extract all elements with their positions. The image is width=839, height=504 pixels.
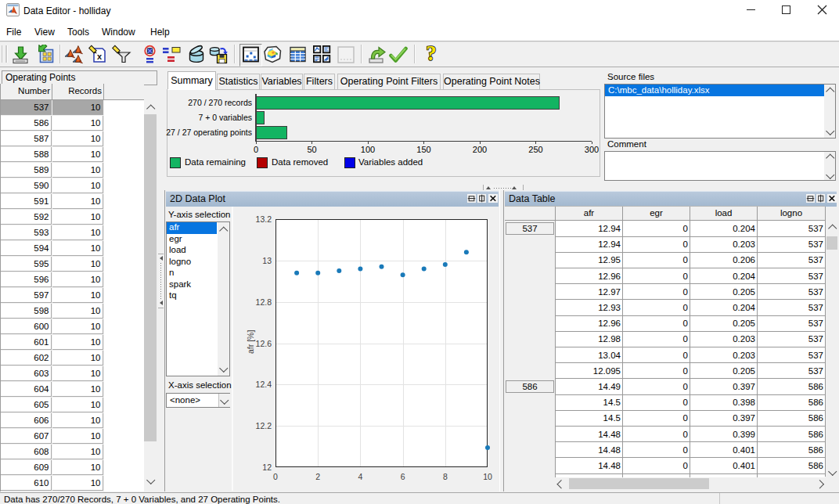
svg-text:x: x: [97, 52, 103, 61]
svg-text:?: ?: [426, 44, 437, 64]
